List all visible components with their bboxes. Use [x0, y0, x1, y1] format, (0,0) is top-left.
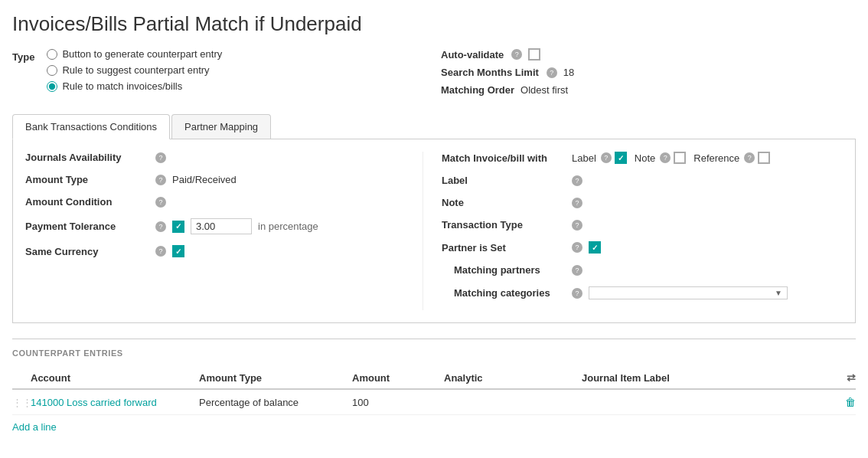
matching-categories-help: ? — [572, 288, 582, 299]
match-reference-text: Reference — [693, 152, 739, 164]
label-row-help: ? — [572, 175, 582, 186]
tab-partner-mapping[interactable]: Partner Mapping — [171, 114, 271, 139]
radio-label-2: Rule to suggest counterpart entry — [62, 64, 209, 76]
matching-partners-help: ? — [572, 265, 582, 276]
search-months-label: Search Months Limit — [441, 67, 539, 78]
radio-button-suggest[interactable] — [47, 65, 57, 76]
col-settings-icon[interactable]: ⇄ — [831, 371, 856, 384]
matching-order-label: Matching Order — [441, 84, 514, 96]
tabs-container: Bank Transactions Conditions Partner Map… — [12, 114, 856, 139]
tab-bank-transactions[interactable]: Bank Transactions Conditions — [12, 114, 170, 139]
note-row-help: ? — [572, 198, 582, 208]
col-amount-type-header: Amount Type — [199, 372, 352, 384]
trash-icon[interactable]: 🗑 — [845, 396, 856, 408]
col-account-header: Account — [31, 372, 199, 384]
matching-order-value: Oldest first — [520, 84, 568, 96]
counterpart-section-title: COUNTERPART ENTRIES — [12, 348, 856, 358]
payment-tolerance-input[interactable]: 3.00 — [191, 218, 252, 234]
same-currency-label: Same Currency — [25, 246, 148, 257]
transaction-type-help: ? — [572, 220, 582, 231]
match-label-help: ? — [601, 152, 612, 163]
same-currency-checkbox[interactable] — [172, 245, 184, 257]
match-reference-item: Reference ? — [693, 152, 770, 164]
match-label-checkbox[interactable] — [615, 152, 627, 164]
auto-validate-help-icon: ? — [511, 49, 522, 60]
page-title: Invoices/Bills Partial Match if Underpai… — [12, 12, 856, 36]
col-analytic-header: Analytic — [444, 372, 582, 384]
radio-label-1: Button to generate counterpart entry — [62, 48, 222, 60]
row-account[interactable]: 141000 Loss carried forward — [31, 397, 199, 408]
amount-type-value: Paid/Received — [172, 174, 237, 185]
partner-is-set-checkbox[interactable] — [589, 241, 601, 254]
col-amount-header: Amount — [352, 372, 444, 384]
amount-type-label: Amount Type — [25, 174, 148, 185]
amount-condition-help-icon: ? — [155, 197, 166, 208]
right-column: Match Invoice/bill with Label ? Note ? R… — [423, 152, 843, 310]
search-months-value: 18 — [563, 67, 574, 78]
matching-categories-arrow-icon: ▼ — [775, 289, 782, 297]
col-label-header: Journal Item Label — [582, 372, 831, 384]
search-months-help-icon: ? — [547, 67, 557, 78]
table-header: Account Amount Type Amount Analytic Jour… — [12, 367, 856, 390]
matching-partners-label: Matching partners — [442, 264, 564, 276]
journals-availability-label: Journals Availability — [25, 152, 148, 163]
radio-item-3[interactable]: Rule to match invoices/bills — [47, 80, 222, 92]
label-row-label: Label — [442, 175, 564, 186]
table-settings-icon[interactable]: ⇄ — [847, 371, 856, 384]
same-currency-help-icon: ? — [155, 246, 166, 257]
payment-tolerance-suffix: in percentage — [258, 221, 318, 232]
left-column: Journals Availability ? Amount Type ? Pa… — [25, 152, 423, 310]
radio-button-generate[interactable] — [47, 49, 57, 60]
amount-type-help-icon: ? — [155, 175, 166, 185]
partner-is-set-help: ? — [572, 242, 582, 253]
match-reference-help: ? — [744, 152, 755, 163]
type-radio-group: Button to generate counterpart entry Rul… — [47, 48, 222, 92]
tab-content: Journals Availability ? Amount Type ? Pa… — [12, 139, 856, 323]
radio-item-2[interactable]: Rule to suggest counterpart entry — [47, 64, 222, 76]
payment-tolerance-checkbox[interactable] — [172, 221, 184, 233]
journals-help-icon: ? — [155, 152, 166, 163]
amount-condition-label: Amount Condition — [25, 196, 148, 208]
match-note-text: Note — [635, 152, 655, 164]
payment-tolerance-help-icon: ? — [155, 221, 166, 232]
payment-tolerance-label: Payment Tolerance — [25, 221, 148, 232]
table-row: ⋮⋮ 141000 Loss carried forward Percentag… — [12, 390, 856, 415]
match-note-checkbox[interactable] — [674, 152, 686, 164]
matching-categories-dropdown[interactable]: ▼ — [589, 286, 788, 299]
note-row-label: Note — [442, 197, 564, 208]
partner-is-set-label: Partner is Set — [442, 242, 564, 254]
match-note-item: Note ? — [635, 152, 686, 164]
match-invoice-label: Match Invoice/bill with — [442, 152, 564, 164]
transaction-type-label: Transaction Type — [442, 219, 564, 231]
row-delete-action[interactable]: 🗑 — [831, 396, 856, 408]
row-amount: 100 — [352, 397, 444, 408]
match-note-help: ? — [660, 152, 671, 163]
radio-button-match[interactable] — [47, 81, 57, 92]
matching-categories-label: Matching categories — [442, 287, 564, 299]
match-reference-checkbox[interactable] — [758, 152, 770, 164]
row-amount-type: Percentage of balance — [199, 397, 352, 408]
auto-validate-label: Auto-validate — [441, 49, 504, 61]
auto-validate-checkbox[interactable] — [528, 48, 540, 61]
row-drag-handle[interactable]: ⋮⋮ — [12, 397, 31, 408]
match-label-text: Label — [572, 152, 596, 164]
type-label: Type — [12, 51, 34, 63]
counterpart-entries-section: COUNTERPART ENTRIES Account Amount Type … — [12, 339, 856, 433]
radio-label-3: Rule to match invoices/bills — [62, 80, 182, 92]
radio-item-1[interactable]: Button to generate counterpart entry — [47, 48, 222, 60]
match-label-item: Label ? — [572, 152, 627, 164]
add-line-button[interactable]: Add a line — [12, 421, 57, 433]
